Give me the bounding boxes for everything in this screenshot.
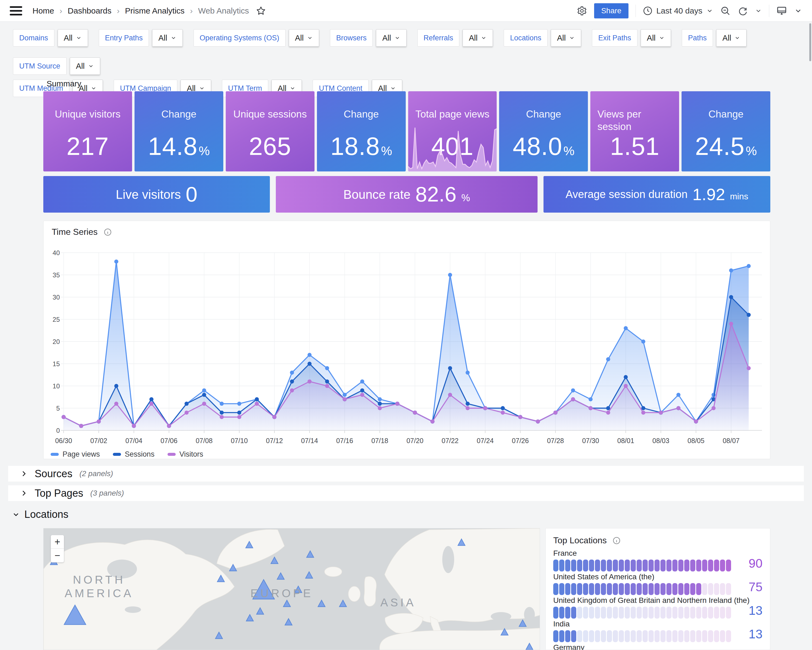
geomap-panel[interactable]: NORTHAMERICAEUROPEASIA + − [43, 528, 540, 650]
svg-text:07/20: 07/20 [406, 437, 424, 444]
bar-segment [661, 583, 665, 595]
time-range-picker[interactable]: Last 40 days [643, 6, 713, 16]
card-value: 1.51 [590, 121, 679, 171]
bar-segment [589, 607, 594, 619]
filter-value-dropdown[interactable]: All [641, 29, 671, 47]
bar-segment [684, 583, 689, 595]
bar-segment [571, 583, 576, 595]
section-row-sources[interactable]: Sources (2 panels) [8, 466, 804, 482]
bar-segment [661, 560, 665, 572]
bar-segment [589, 560, 594, 572]
kiosk-monitor-icon[interactable] [776, 5, 787, 16]
menu-icon[interactable] [10, 6, 22, 15]
breadcrumb-folder[interactable]: Prisme Analytics [125, 6, 185, 15]
kpi-value: 1.92 [692, 185, 725, 204]
svg-text:35: 35 [52, 271, 60, 279]
svg-text:07/02: 07/02 [90, 437, 107, 444]
filter-label[interactable]: Domains [13, 29, 54, 47]
filter-group: PathsAll [682, 29, 746, 47]
legend-item-page-views[interactable]: Page views [50, 450, 100, 459]
bar-segment [726, 583, 731, 595]
country-value: 90 [749, 556, 762, 570]
filter-label[interactable]: Entry Paths [99, 29, 149, 47]
favorite-star-icon[interactable] [256, 6, 266, 16]
refresh-interval-chevron-icon[interactable] [755, 7, 762, 14]
refresh-icon[interactable] [737, 6, 748, 16]
filter-label[interactable]: UTM Source [13, 57, 67, 75]
bar-segment [690, 560, 695, 572]
map-region-label: ASIA [380, 596, 416, 609]
section-row-locations[interactable]: Locations [12, 509, 69, 520]
bar-segment [607, 607, 612, 619]
map-zoom-in-button[interactable]: + [51, 535, 64, 549]
collapse-toolbar-chevron-icon[interactable] [794, 7, 802, 15]
country-value: 13 [749, 627, 762, 641]
filter-label[interactable]: Operating Systems (OS) [194, 29, 285, 47]
breadcrumb-home[interactable]: Home [32, 6, 54, 15]
kpi-label: Average session duration [566, 188, 688, 200]
filter-label[interactable]: Browsers [330, 29, 373, 47]
breadcrumb-dashboards[interactable]: Dashboards [68, 6, 111, 15]
bar-segment [630, 560, 636, 572]
chevron-right-icon [20, 470, 27, 477]
info-icon[interactable] [104, 228, 112, 236]
country-value: 75 [749, 580, 762, 594]
filter-value: All [295, 34, 304, 43]
bar-segment [726, 560, 731, 572]
chevron-down-icon [307, 35, 313, 41]
svg-text:06/30: 06/30 [55, 437, 72, 444]
map-zoom-out-button[interactable]: − [51, 549, 64, 562]
legend-swatch [113, 453, 121, 456]
filter-value-dropdown[interactable]: All [716, 29, 746, 47]
bar-segment [565, 607, 570, 619]
filter-label[interactable]: Exit Paths [592, 29, 637, 47]
filter-value-dropdown[interactable]: All [289, 29, 319, 47]
bar-segment [559, 630, 564, 642]
chevron-down-icon [481, 35, 487, 41]
filter-label[interactable]: Paths [682, 29, 713, 47]
card-value: 14.8% [134, 121, 223, 171]
share-button[interactable]: Share [594, 3, 629, 18]
bar-segment [625, 583, 630, 595]
zoom-out-icon[interactable] [720, 6, 731, 16]
bar-segment [655, 630, 659, 642]
filter-label[interactable]: Locations [504, 29, 548, 47]
filter-group: Operating Systems (OS)All [194, 29, 319, 47]
dashboard-page: Home › Dashboards › Prisme Analytics › W… [0, 0, 812, 650]
filter-label[interactable]: Referrals [417, 29, 459, 47]
time-series-chart[interactable]: 051015202530354006/3007/0207/0407/0607/0… [47, 248, 767, 449]
top-location-row: India13 [553, 619, 762, 643]
scrollbar-thumb[interactable] [809, 23, 811, 61]
svg-text:07/08: 07/08 [196, 437, 213, 444]
legend-item-visitors[interactable]: Visitors [168, 450, 203, 459]
section-row-top-pages[interactable]: Top Pages (3 panels) [8, 485, 804, 501]
bar-segment [684, 607, 689, 619]
bar-segment [613, 630, 618, 642]
filter-value-dropdown[interactable]: All [58, 29, 88, 47]
chevron-down-icon [394, 35, 400, 41]
sparkline-chart [408, 125, 497, 171]
bar-segment [643, 630, 648, 642]
bar-segment [643, 560, 648, 572]
chevron-down-icon [12, 511, 20, 518]
kpi-label: Live visitors [116, 187, 181, 202]
filter-value-dropdown[interactable]: All [376, 29, 406, 47]
filter-value-dropdown[interactable]: All [70, 57, 100, 75]
svg-text:07/30: 07/30 [582, 437, 599, 444]
bar-segment [684, 560, 689, 572]
bar-segment [655, 607, 659, 619]
bar-segment [577, 560, 582, 572]
settings-gear-icon[interactable] [577, 6, 587, 16]
bar-segment [714, 630, 719, 642]
filter-value-dropdown[interactable]: All [551, 29, 581, 47]
filter-value-dropdown[interactable]: All [462, 29, 493, 47]
bar-segment [666, 607, 672, 619]
bar-segment [720, 607, 725, 619]
legend-item-sessions[interactable]: Sessions [113, 450, 154, 459]
filter-group: LocationsAll [504, 29, 581, 47]
filter-value-dropdown[interactable]: All [152, 29, 182, 47]
info-icon[interactable] [612, 537, 621, 544]
legend-label: Sessions [125, 450, 154, 459]
bar-segment [636, 630, 642, 642]
map-region-label: NORTH [73, 574, 125, 586]
